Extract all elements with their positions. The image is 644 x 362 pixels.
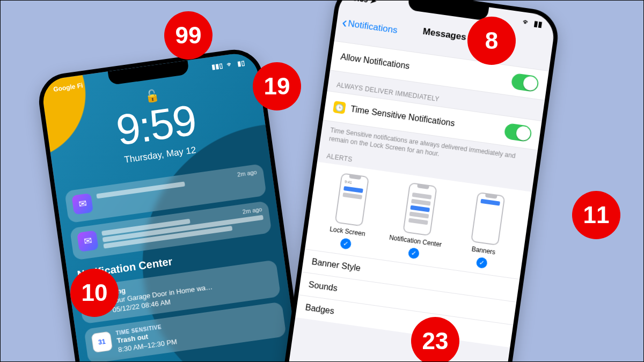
check-icon[interactable]: ✓ bbox=[408, 247, 420, 260]
messenger-icon: ✉ bbox=[77, 230, 99, 252]
battery-icon: ▮▯ bbox=[237, 59, 245, 68]
alert-lockscreen-label: Lock Screen bbox=[329, 226, 365, 238]
status-time: 9:59 bbox=[353, 0, 369, 4]
settings-content: Allow Notifications ALWAYS DELIVER IMMED… bbox=[282, 36, 550, 362]
badge-10: 10 bbox=[70, 269, 119, 317]
alert-lockscreen[interactable]: 9:41 Lock Screen ✓ bbox=[316, 171, 384, 253]
badge-99: 99 bbox=[164, 11, 213, 60]
banner-preview bbox=[471, 192, 506, 246]
check-icon[interactable]: ✓ bbox=[475, 257, 488, 269]
badge-11: 11 bbox=[572, 191, 620, 239]
redacted-line bbox=[96, 181, 185, 198]
allow-notifications-toggle[interactable] bbox=[510, 73, 539, 93]
alert-nc-label: Notification Center bbox=[389, 234, 442, 249]
clock-icon: 🕒 bbox=[333, 101, 346, 114]
calendar-icon: 31 bbox=[91, 331, 113, 353]
carrier-label: Google Fi bbox=[53, 82, 83, 93]
badge-19: 19 bbox=[253, 62, 301, 110]
location-icon: ➤ bbox=[370, 0, 377, 5]
badge-8: 8 bbox=[467, 17, 516, 65]
battery-icon: ▮▮ bbox=[533, 19, 543, 28]
signal-icon: ▮▮▯ bbox=[211, 62, 224, 71]
notch bbox=[108, 60, 189, 85]
badge-23: 23 bbox=[411, 317, 459, 362]
messenger-icon: ✉ bbox=[71, 193, 93, 215]
allow-notifications-label: Allow Notifications bbox=[340, 52, 410, 71]
status-icons: ▮▮▯ ᯤ ▮▯ bbox=[209, 59, 245, 71]
time-sensitive-label: Time Sensitive Notifications bbox=[350, 104, 456, 128]
time-sensitive-toggle[interactable] bbox=[503, 123, 532, 143]
alert-banners-label: Banners bbox=[471, 246, 496, 256]
nc-preview bbox=[402, 182, 437, 236]
preview-time: 9:41 bbox=[345, 180, 352, 184]
wifi-icon: ᯤ bbox=[522, 17, 531, 27]
lock-notifications: ✉ 2m ago ✉ 2m ago Notification Center ri… bbox=[64, 164, 287, 362]
alert-notification-center[interactable]: Notification Center ✓ bbox=[384, 180, 452, 263]
alert-banners[interactable]: Banners ✓ bbox=[452, 190, 521, 272]
lockscreen-preview: 9:41 bbox=[334, 173, 369, 227]
check-icon[interactable]: ✓ bbox=[340, 238, 352, 250]
wifi-icon: ᯤ bbox=[226, 61, 234, 69]
settings-phone: 9:59 ➤ ᯤ ▮▮ Notifications Messages Allow… bbox=[277, 0, 561, 362]
